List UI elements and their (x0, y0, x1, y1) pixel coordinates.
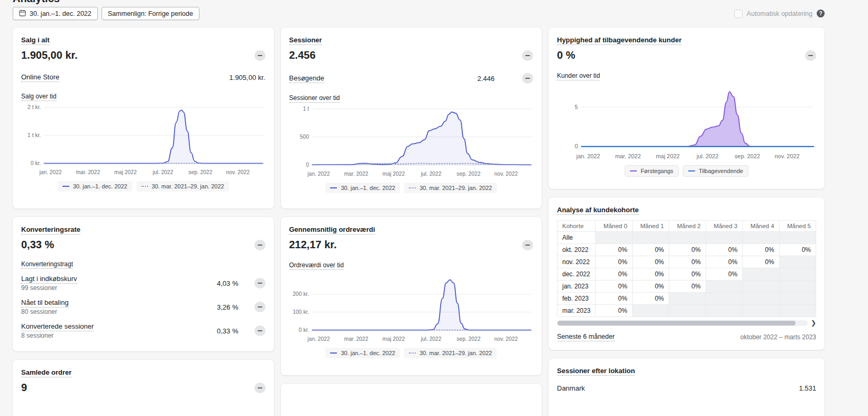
card-title-sessions[interactable]: Sessioner (289, 36, 322, 45)
cohort-cell (743, 293, 779, 305)
location-row: Danmark 1.531 (557, 384, 816, 392)
cohort-cell: 0% (632, 244, 669, 256)
column-3: Hyppighed af tilbagevendende kunder 0 % … (549, 28, 825, 416)
cohort-row: dec. 20220%0%0%0% (558, 268, 816, 281)
card-returning-customer-rate: Hyppighed af tilbagevendende kunder 0 % … (549, 28, 825, 189)
funnel-label: Konverteringstragt (21, 260, 73, 269)
funnel-step-value: 0,33 % (217, 327, 238, 335)
funnel-step-sub: 99 sessioner (21, 284, 217, 292)
cohort-cell: 0% (669, 256, 706, 268)
funnel-row-reached-checkout: Nået til betaling 80 sessioner 3,26 % (21, 299, 266, 315)
date-range-label: 30. jan.–1. dec. 2022 (30, 10, 92, 17)
legend-current-period[interactable]: 30. jan.–1. dec. 2022 (325, 183, 400, 193)
no-change-badge (254, 240, 266, 250)
svg-text:0 kr.: 0 kr. (31, 160, 41, 166)
cohort-cell (743, 268, 779, 281)
controls-bar: 30. jan.–1. dec. 2022 Sammenlign: Forrig… (13, 7, 825, 20)
scrollbar-track[interactable] (557, 320, 808, 326)
date-range-button[interactable]: 30. jan.–1. dec. 2022 (13, 7, 98, 20)
no-change-badge (254, 302, 266, 312)
svg-text:200 kr.: 200 kr. (293, 291, 309, 297)
compare-label: Sammenlign: Forrige periode (108, 10, 193, 17)
cohort-cell: 0% (632, 281, 669, 293)
card-total-orders: Samlede ordrer 9 (13, 360, 274, 416)
card-title-locations[interactable]: Sessioner efter lokation (557, 367, 635, 376)
returning-value: 0 % (557, 49, 575, 61)
cohort-cell: 0% (632, 268, 669, 281)
cohort-cell: 0% (632, 293, 669, 305)
no-change-badge (254, 383, 266, 393)
calendar-icon (19, 10, 26, 18)
svg-text:0: 0 (306, 162, 309, 168)
auto-update-checkbox[interactable] (734, 10, 743, 18)
funnel-step-sub: 8 sessioner (21, 332, 217, 339)
customers-over-time-chart: 05jan. 2022mar. 2022maj 2022jul. 2022sep… (557, 80, 816, 163)
sales-chart-label: Salg over tid (21, 93, 57, 101)
cohort-cell: 0% (743, 244, 779, 256)
cohort-row-label: nov. 2022 (558, 256, 596, 268)
legend-returning[interactable]: Tilbagevendende (683, 165, 748, 177)
cohort-col-header: Måned 5 (779, 221, 816, 232)
card-title-cohort[interactable]: Analyse af kundekohorte (557, 206, 639, 215)
legend-previous-period[interactable]: 30. mar. 2021–29. jan. 2022 (404, 183, 497, 193)
total-sales-value: 1.905,00 kr. (21, 49, 78, 61)
legend-previous-period[interactable]: 30. mar. 2021–29. jan. 2022 (136, 181, 229, 192)
cohort-cell: 0% (743, 256, 779, 268)
cohort-cell (669, 232, 706, 244)
card-title-total-sales[interactable]: Salg i alt (21, 36, 49, 45)
svg-text:jan. 2022: jan. 2022 (39, 169, 62, 175)
cohort-cell: 0% (596, 281, 632, 293)
cohort-cell: 0% (669, 268, 706, 281)
legend-previous-period[interactable]: 30. mar. 2021–29. jan. 2022 (404, 348, 497, 358)
funnel-step-value: 3,26 % (217, 303, 238, 311)
svg-text:sep. 2022: sep. 2022 (456, 336, 480, 342)
svg-text:mar. 2022: mar. 2022 (344, 336, 368, 342)
svg-text:maj 2022: maj 2022 (382, 171, 405, 177)
cohort-cell (632, 305, 669, 317)
legend-current-period[interactable]: 30. jan.–1. dec. 2022 (58, 181, 132, 192)
scrollbar-thumb[interactable] (558, 321, 796, 325)
card-title-aov[interactable]: Gennemsnitlig ordreværdi (289, 225, 376, 234)
svg-text:2 t kr.: 2 t kr. (28, 104, 41, 110)
cohort-header-row: KohorteMåned 0Måned 1Måned 2Måned 3Måned… (558, 221, 816, 232)
cohort-cell (743, 305, 779, 317)
cohort-col-header: Måned 2 (669, 221, 706, 232)
card-title-returning[interactable]: Hyppighed af tilbagevendende kunder (557, 36, 681, 45)
cohort-table[interactable]: KohorteMåned 0Måned 1Måned 2Måned 3Måned… (557, 220, 816, 317)
svg-text:500: 500 (300, 134, 309, 140)
svg-text:nov. 2022: nov. 2022 (494, 336, 518, 342)
svg-text:maj 2022: maj 2022 (382, 336, 405, 342)
cohort-cell (706, 232, 742, 244)
conversion-value: 0,33 % (21, 239, 54, 251)
cohort-cell (743, 281, 779, 293)
cohort-row: jan. 20230%0%0% (558, 281, 816, 293)
help-icon[interactable]: ? (817, 10, 825, 17)
cohort-row: mar. 20230% (558, 305, 816, 317)
scroll-right-arrow[interactable]: ❯ (811, 320, 816, 326)
card-title-conversion[interactable]: Konverteringsrate (21, 225, 80, 234)
svg-text:jul. 2022: jul. 2022 (152, 169, 173, 175)
compare-button[interactable]: Sammenlign: Forrige periode (102, 7, 199, 20)
cohort-cell: 0% (596, 293, 632, 305)
cohort-col-header: Måned 0 (596, 221, 632, 232)
cohort-cell (706, 293, 742, 305)
svg-text:100 kr.: 100 kr. (293, 309, 309, 315)
page-header: Analytics (13, 0, 825, 1)
auto-update-label: Automatisk opdatering (747, 10, 812, 17)
legend-current-period[interactable]: 30. jan.–1. dec. 2022 (325, 348, 400, 358)
cohort-cell (596, 232, 632, 244)
svg-text:jan. 2022: jan. 2022 (576, 153, 600, 159)
cohort-cell (779, 268, 816, 281)
legend-first-time[interactable]: Førstegangs (625, 165, 679, 177)
sessions-chart-label: Sessioner over tid (289, 94, 340, 103)
column-2: Sessioner 2.456 Besøgende 2.446 Sessione… (281, 28, 542, 416)
card-total-sales: Salg i alt 1.905,00 kr. Online Store 1.9… (13, 28, 274, 209)
svg-text:mar. 2022: mar. 2022 (344, 171, 368, 177)
customers-chart-label: Kunder over tid (557, 72, 600, 80)
card-title-orders[interactable]: Samlede ordrer (21, 368, 71, 377)
sessions-over-time-chart: 05001 tjan. 2022mar. 2022maj 2022jul. 20… (289, 103, 534, 180)
cohort-cell (779, 305, 816, 317)
sales-over-time-chart: 0 kr.1 t kr.2 t kr.jan. 2022mar. 2022maj… (21, 101, 266, 179)
horizontal-scrollbar[interactable]: ❯ (557, 320, 816, 326)
cohort-cell: 0% (706, 244, 742, 256)
